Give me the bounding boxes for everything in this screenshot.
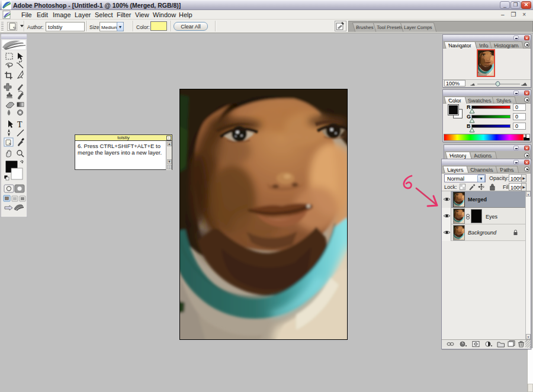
svg-text:T: T [17, 120, 23, 129]
